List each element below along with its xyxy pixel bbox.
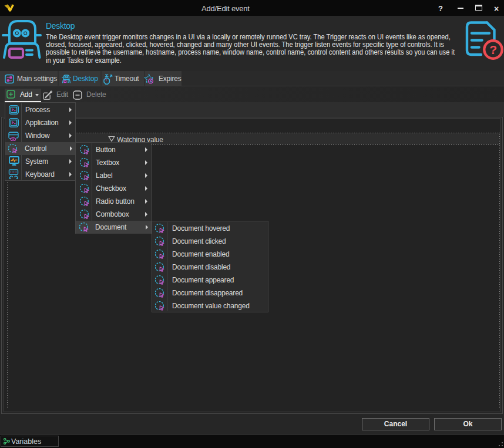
svg-text:?: ? (489, 43, 497, 56)
